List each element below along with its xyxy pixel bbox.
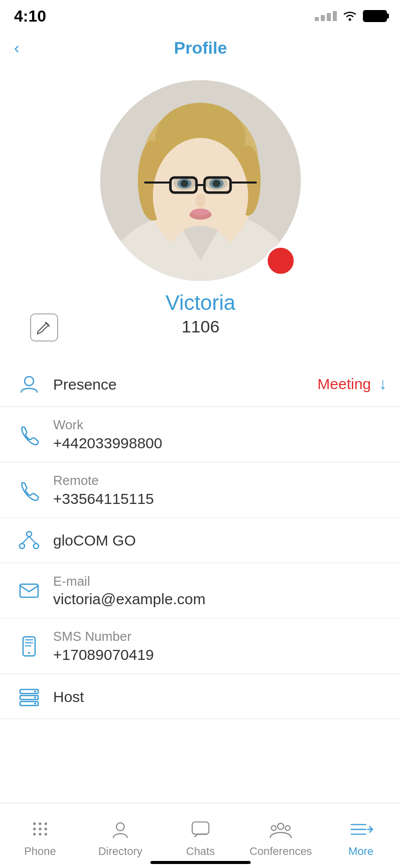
- nav-label-chats: Chats: [186, 845, 215, 858]
- svg-rect-52: [192, 822, 209, 834]
- more-nav-icon: [348, 817, 373, 842]
- svg-point-0: [349, 19, 351, 21]
- avatar-section: Victoria 1106: [0, 65, 401, 346]
- nav-item-conferences[interactable]: Conferences: [241, 817, 321, 858]
- svg-point-46: [39, 827, 41, 830]
- remote-phone-icon: [14, 479, 44, 501]
- svg-point-42: [33, 822, 36, 825]
- email-content: E-mail victoria@example.com: [53, 573, 387, 608]
- svg-point-21: [195, 194, 206, 208]
- presence-status: Meeting: [317, 376, 371, 393]
- user-extension: 1106: [181, 317, 220, 336]
- work-phone-row[interactable]: Work +442033998800: [0, 407, 401, 462]
- svg-point-47: [45, 827, 47, 830]
- svg-rect-30: [20, 584, 38, 597]
- sms-label: SMS Number: [53, 628, 387, 645]
- nav-label-more: More: [348, 845, 373, 858]
- nav-label-conferences: Conferences: [250, 845, 312, 858]
- header: ‹ Profile: [0, 30, 401, 65]
- glocom-row[interactable]: gloCOM GO: [0, 518, 401, 563]
- svg-point-55: [285, 825, 290, 830]
- svg-point-44: [45, 822, 47, 825]
- sms-icon: [14, 635, 44, 657]
- work-phone-label: Work: [53, 417, 387, 434]
- presence-label: Presence: [53, 376, 317, 393]
- signal-icon: [315, 11, 337, 21]
- svg-point-45: [33, 827, 36, 830]
- svg-point-25: [27, 532, 32, 537]
- svg-point-51: [116, 822, 124, 830]
- avatar-wrapper: [100, 80, 301, 281]
- host-content: Host: [53, 687, 387, 706]
- svg-line-28: [22, 537, 29, 544]
- presence-right: Meeting ↓: [317, 375, 387, 393]
- sms-content: SMS Number +17089070419: [53, 628, 387, 663]
- svg-point-27: [34, 544, 39, 549]
- nav-label-phone: Phone: [24, 845, 56, 858]
- svg-point-26: [20, 544, 25, 549]
- svg-point-41: [34, 703, 36, 705]
- edit-button[interactable]: [30, 313, 58, 341]
- email-label: E-mail: [53, 573, 387, 590]
- presence-icon: [14, 373, 44, 395]
- chats-nav-icon: [188, 817, 213, 842]
- nav-item-directory[interactable]: Directory: [80, 817, 160, 858]
- svg-point-39: [34, 690, 36, 692]
- remote-phone-row[interactable]: Remote +33564115115: [0, 462, 401, 518]
- work-phone-value: +442033998800: [53, 435, 387, 452]
- chevron-down-icon[interactable]: ↓: [379, 375, 387, 393]
- status-bar: 4:10: [0, 0, 401, 30]
- presence-row[interactable]: Presence Meeting ↓: [0, 362, 401, 407]
- svg-point-50: [45, 832, 47, 835]
- svg-point-35: [28, 652, 30, 654]
- glocom-value: gloCOM GO: [53, 532, 387, 549]
- email-value: victoria@example.com: [53, 591, 387, 608]
- work-phone-icon: [14, 423, 44, 445]
- presence-content: Presence: [53, 375, 317, 393]
- back-button[interactable]: ‹: [14, 39, 20, 57]
- svg-point-49: [39, 832, 41, 835]
- status-icons: [315, 10, 387, 22]
- nav-label-directory: Directory: [98, 845, 142, 858]
- remote-phone-content: Remote +33564115115: [53, 472, 387, 507]
- svg-point-23: [191, 209, 210, 216]
- svg-point-15: [213, 180, 221, 187]
- nav-item-phone[interactable]: Phone: [0, 817, 80, 858]
- host-row[interactable]: Host: [0, 674, 401, 719]
- svg-point-43: [39, 822, 41, 825]
- sms-value: +17089070419: [53, 646, 387, 663]
- svg-point-14: [180, 180, 188, 187]
- user-name: Victoria: [165, 291, 235, 315]
- phone-nav-icon: [28, 817, 53, 842]
- status-time: 4:10: [14, 7, 46, 26]
- host-icon: [14, 685, 44, 708]
- home-indicator: [150, 861, 251, 864]
- online-status-dot: [266, 246, 296, 276]
- conferences-nav-icon: [268, 817, 293, 842]
- directory-nav-icon: [108, 817, 133, 842]
- svg-point-48: [33, 832, 36, 835]
- remote-phone-value: +33564115115: [53, 490, 387, 507]
- svg-point-53: [278, 823, 284, 829]
- sms-row[interactable]: SMS Number +17089070419: [0, 618, 401, 674]
- email-icon: [14, 579, 44, 601]
- svg-line-29: [29, 537, 36, 544]
- svg-point-24: [25, 377, 34, 386]
- info-list: Presence Meeting ↓ Work +442033998800 Re…: [0, 362, 401, 719]
- battery-icon: [363, 10, 387, 22]
- email-row[interactable]: E-mail victoria@example.com: [0, 563, 401, 619]
- nav-item-chats[interactable]: Chats: [160, 817, 241, 858]
- glocom-content: gloCOM GO: [53, 531, 387, 549]
- glocom-icon: [14, 529, 44, 551]
- page-title: Profile: [174, 38, 227, 58]
- remote-phone-label: Remote: [53, 472, 387, 489]
- wifi-icon: [342, 10, 358, 22]
- edit-icon: [36, 319, 53, 336]
- bottom-nav: Phone Directory Chats: [0, 803, 401, 868]
- svg-point-54: [271, 825, 276, 830]
- nav-item-more[interactable]: More: [321, 817, 401, 858]
- host-value: Host: [53, 688, 387, 706]
- svg-point-40: [34, 697, 36, 699]
- work-phone-content: Work +442033998800: [53, 417, 387, 452]
